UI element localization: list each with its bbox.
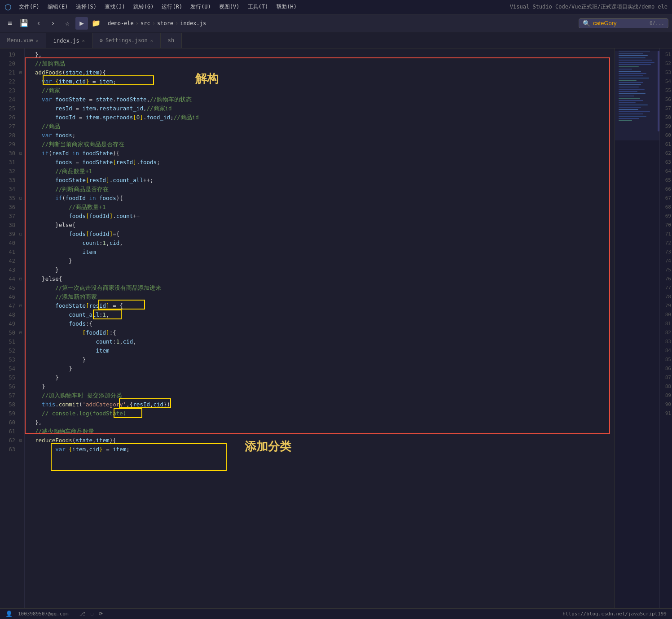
status-user-icon: 👤	[5, 610, 13, 617]
tab-label-menu: Menu.vue	[7, 37, 33, 44]
code-line-55: }	[25, 373, 615, 382]
bookmark-button[interactable]: ☆	[61, 17, 74, 30]
back-button[interactable]: ‹	[32, 17, 45, 30]
editor-container[interactable]: 19 20 21⊟ 22 23 24 25 26 27 28 29 30⊟ 31…	[0, 48, 672, 619]
code-line-42: }	[25, 257, 615, 266]
code-line-35: if(foodId in foods){	[25, 194, 615, 203]
code-line-60: },	[25, 418, 615, 427]
tab-label-index: index.js	[53, 38, 79, 44]
tab-menu-vue[interactable]: Menu.vue ✕	[0, 33, 46, 48]
code-line-49: foods:{	[25, 319, 615, 328]
status-git-icon: ⎇	[79, 611, 85, 617]
run-button[interactable]: ▶	[75, 17, 88, 30]
code-area: 19 20 21⊟ 22 23 24 25 26 27 28 29 30⊟ 31…	[0, 48, 672, 619]
code-line-56: }	[25, 382, 615, 391]
code-line-36: //商品数量+1	[25, 203, 615, 212]
menu-tools[interactable]: 工具(T)	[244, 2, 272, 12]
sep3: ›	[175, 20, 178, 26]
menu-help[interactable]: 帮助(H)	[272, 2, 300, 12]
code-line-51: count:1,cid,	[25, 337, 615, 346]
menu-bar[interactable]: 文件(F) 编辑(E) 选择(S) 查找(J) 跳转(G) 运行(R) 发行(U…	[15, 2, 300, 12]
menu-publish[interactable]: 发行(U)	[187, 2, 215, 12]
breadcrumb: demo-ele › src › store › index.js	[108, 20, 206, 26]
code-line-43: }	[25, 266, 615, 275]
code-line-34: //判断商品是否存在	[25, 185, 615, 194]
close-icon-index[interactable]: ✕	[82, 38, 85, 43]
code-line-39: foods[foodId]={	[25, 230, 615, 239]
sep2: ›	[152, 20, 155, 26]
code-line-27: //商品	[25, 122, 615, 131]
search-icon: 🔍	[583, 20, 590, 27]
sep1: ›	[136, 20, 139, 26]
code-line-33: foodState[resId].count_all++;	[25, 176, 615, 185]
code-line-44: }else{	[25, 275, 615, 283]
menu-find[interactable]: 查找(J)	[101, 2, 129, 12]
menu-goto[interactable]: 跳转(G)	[130, 2, 158, 12]
code-line-46: //添加新的商家	[25, 292, 615, 301]
line-numbers-col: 19 20 21⊟ 22 23 24 25 26 27 28 29 30⊟ 31…	[0, 48, 25, 619]
code-line-25: resId = item.restaurant_id,//商家id	[25, 104, 615, 113]
toolbar: ≡ 💾 ‹ › ☆ ▶ 📁 demo-ele › src › store › i…	[0, 14, 672, 32]
status-box-icon: ☐	[91, 611, 94, 617]
status-left: 👤 1003989507@qq.com ⎇ ☐ ⟳	[5, 610, 103, 617]
code-line-57: //加入购物车时 提交添加分类	[25, 391, 615, 400]
code-line-41: item	[25, 248, 615, 257]
code-line-59: // console.log(foodState)	[25, 409, 615, 418]
breadcrumb-file: index.js	[180, 20, 206, 26]
menu-file[interactable]: 文件(F)	[15, 2, 43, 12]
title-bar: ⬡ 文件(F) 编辑(E) 选择(S) 查找(J) 跳转(G) 运行(R) 发行…	[0, 0, 672, 14]
code-line-61: //减少购物车商品数量	[25, 427, 615, 436]
minimap	[615, 48, 659, 619]
right-line-numbers: 515253545556 575859606162 636465666768 6…	[659, 48, 672, 619]
main-content: 19 20 21⊟ 22 23 24 25 26 27 28 29 30⊟ 31…	[0, 48, 672, 619]
code-line-45: //第一次点击没有商家没有商品添加进来	[25, 283, 615, 292]
settings-icon: ⚙	[100, 37, 103, 44]
save-button[interactable]: 💾	[18, 17, 31, 30]
close-icon-settings[interactable]: ✕	[150, 38, 153, 43]
menu-run[interactable]: 运行(R)	[158, 2, 186, 12]
code-line-63: var {item,cid} = item;	[25, 445, 615, 454]
forward-button[interactable]: ›	[47, 17, 59, 30]
tab-sh[interactable]: sh	[161, 33, 182, 48]
code-line-58: this.commit('addCategory',{resId,cid})	[25, 400, 615, 409]
tab-index-js[interactable]: index.js ✕	[46, 33, 92, 48]
code-line-50: [foodId]:{	[25, 328, 615, 337]
search-input[interactable]	[593, 20, 647, 26]
status-bar: 👤 1003989507@qq.com ⎇ ☐ ⟳ https://blog.c…	[0, 608, 672, 619]
code-line-29: //判断当前商家或商品是否存在	[25, 140, 615, 149]
code-line-31: foods = foodState[resId].foods;	[25, 158, 615, 167]
menu-view[interactable]: 视图(V)	[215, 2, 243, 12]
code-line-38: }else{	[25, 221, 615, 230]
tab-label-sh: sh	[168, 37, 174, 44]
code-line-62: reduceFoods(state,item){	[25, 436, 615, 445]
tab-label-settings: Settings.json	[105, 37, 148, 44]
breadcrumb-demo: demo-ele	[108, 20, 134, 26]
tab-settings-json[interactable]: ⚙ Settings.json ✕	[92, 33, 161, 48]
code-line-23: //商家	[25, 86, 615, 95]
status-user: 1003989507@qq.com	[18, 611, 69, 617]
code-line-37: foods[foodId].count++	[25, 212, 615, 221]
menu-select[interactable]: 选择(S)	[72, 2, 100, 12]
code-line-28: var foods;	[25, 131, 615, 140]
status-sync-icon: ⟳	[99, 611, 103, 617]
search-count: 0/...	[650, 20, 664, 26]
status-right: https://blog.csdn.net/javaScript199	[562, 611, 667, 617]
title-path: Visual Studio Code/Vue正式班/正式课项目实战/demo-e…	[510, 3, 668, 11]
code-line-22: var {item,cid} = item;	[25, 77, 615, 86]
menu-edit[interactable]: 编辑(E)	[44, 2, 72, 12]
code-line-40: count:1,cid,	[25, 239, 615, 248]
close-icon-menu[interactable]: ✕	[36, 38, 39, 43]
sidebar-toggle-button[interactable]: ≡	[4, 17, 16, 30]
code-line-20: //加购商品	[25, 59, 615, 68]
tab-bar: Menu.vue ✕ index.js ✕ ⚙ Settings.json ✕ …	[0, 32, 672, 48]
search-box[interactable]: 🔍 0/...	[579, 18, 668, 28]
code-line-30: if(resId in foodState){	[25, 149, 615, 158]
code-line-32: //商品数量+1	[25, 167, 615, 176]
code-line-24: var foodState = state.foodState,//购物车的状态	[25, 95, 615, 104]
open-folder-button[interactable]: 📁	[90, 17, 102, 30]
code-line-21: addFoods(state,item){	[25, 68, 615, 77]
code-line-19: },	[25, 50, 615, 59]
breadcrumb-store: store	[157, 20, 173, 26]
code-line-54: }	[25, 364, 615, 373]
code-line-47: foodState[resId] = {	[25, 301, 615, 310]
